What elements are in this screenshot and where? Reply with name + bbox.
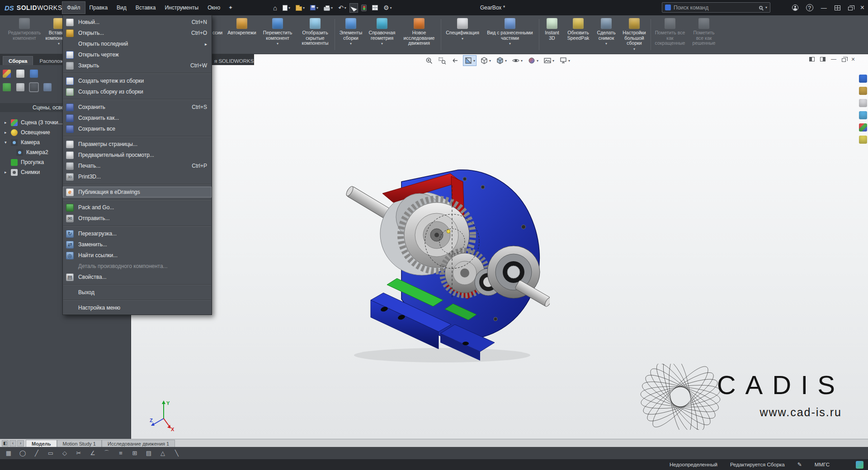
appearances-icon[interactable] xyxy=(859,123,867,132)
menu-insert[interactable]: Вставка xyxy=(131,2,160,14)
menu-item-save-all[interactable]: Сохранить все xyxy=(63,123,212,134)
quick-tips-icon[interactable] xyxy=(856,461,863,469)
open-button[interactable]: ▾ xyxy=(294,4,307,12)
mirror-icon[interactable]: ╲ xyxy=(172,449,182,458)
menu-item-exit[interactable]: Выход xyxy=(63,287,212,298)
menu-view[interactable]: Вид xyxy=(112,2,131,14)
pattern-icon[interactable]: ⊞ xyxy=(130,449,140,458)
menu-tools[interactable]: Инструменты xyxy=(160,2,203,14)
tab-scroll-left-icon[interactable]: ‹ xyxy=(9,440,16,446)
select-tool-button[interactable] xyxy=(350,4,358,12)
expander-icon[interactable]: ▸ xyxy=(5,170,11,174)
ribbon-button-smart-fasteners[interactable]: Автокрепежи xyxy=(226,15,258,54)
trim-icon[interactable]: ✂ xyxy=(74,449,84,458)
scene-lights-cameras-tab-icon[interactable] xyxy=(30,83,38,91)
window-close-icon[interactable]: × xyxy=(860,4,864,11)
account-icon[interactable] xyxy=(792,5,798,11)
help-icon[interactable]: ? xyxy=(806,4,813,11)
menu-item-print[interactable]: Печать...Ctrl+P xyxy=(63,160,212,171)
ribbon-button-instant3d[interactable]: Instant 3D xyxy=(541,15,563,54)
ribbon-button-edit-component[interactable]: Редактировать компонент xyxy=(5,15,44,54)
menu-item-close[interactable]: ЗакрытьCtrl+W xyxy=(63,60,212,71)
menu-item-print-preview[interactable]: Предварительный просмотр... xyxy=(63,150,212,160)
configurationmanager-tab-icon[interactable] xyxy=(30,70,38,78)
search-input[interactable] xyxy=(674,5,756,11)
view-orientation-icon[interactable]: ▾ xyxy=(479,56,492,66)
centerline-icon[interactable]: ≡ xyxy=(116,449,126,458)
new-document-button[interactable]: ▾ xyxy=(281,4,292,12)
edit-appearance-icon[interactable]: ▾ xyxy=(527,56,539,66)
menu-item-make-drawing-from-assembly[interactable]: Создать чертеж из сборки xyxy=(63,75,212,86)
dock-pane-right-icon[interactable] xyxy=(820,57,826,61)
expander-icon[interactable]: ▸ xyxy=(5,130,11,135)
ribbon-button-take-snapshot[interactable]: Сделать снимок ▾ xyxy=(594,15,619,54)
menu-item-properties[interactable]: ▤Свойства... xyxy=(63,272,212,282)
menu-item-find-references[interactable]: ◎Найти ссылки... xyxy=(63,250,212,261)
menu-item-pack-and-go[interactable]: Pack and Go... xyxy=(63,202,212,213)
menu-item-reload[interactable]: ↻Перезагрузка... xyxy=(63,228,212,239)
units-indicator[interactable]: ММГС xyxy=(815,462,830,467)
document-restore-icon[interactable] xyxy=(842,58,846,62)
section-view-icon[interactable]: ▾ xyxy=(463,56,476,66)
ribbon-button-exploded-view[interactable]: Вид с разнесенными частями ▾ xyxy=(483,15,537,54)
display-style-icon[interactable]: ▾ xyxy=(495,56,508,66)
rebuild-button[interactable] xyxy=(359,3,368,13)
menu-window[interactable]: Окно xyxy=(203,2,225,14)
triangle-icon[interactable]: △ xyxy=(158,449,168,458)
sensors-tab-icon[interactable] xyxy=(43,83,52,91)
custom-properties-icon[interactable] xyxy=(859,136,867,144)
options-button[interactable]: ⚙▾ xyxy=(382,3,394,13)
appearances-tab-icon[interactable] xyxy=(3,83,11,91)
window-restore-icon[interactable] xyxy=(848,7,853,10)
menu-edit[interactable]: Правка xyxy=(85,2,113,14)
file-properties-button[interactable] xyxy=(370,4,380,12)
save-button[interactable]: ▾ xyxy=(308,4,320,12)
window-panes-icon[interactable] xyxy=(835,5,840,10)
tab-assembly[interactable]: Сборка xyxy=(3,56,33,65)
menu-file[interactable]: Файл xyxy=(62,2,85,14)
menu-item-open[interactable]: Открыть...Ctrl+O xyxy=(63,28,212,38)
home-button[interactable]: ⌂ xyxy=(271,3,279,13)
menu-item-send[interactable]: ✉Отправить... xyxy=(63,213,212,224)
dock-pane-left-icon[interactable] xyxy=(809,57,815,61)
menu-item-customize-menu[interactable]: Настройка меню xyxy=(63,302,212,313)
featuremanager-tab-icon[interactable] xyxy=(16,70,24,78)
dimxpert-tab-icon[interactable] xyxy=(16,83,24,91)
ribbon-button-assembly-features[interactable]: Элементы сборки ▾ xyxy=(337,15,365,54)
rectangle-icon[interactable]: ▭ xyxy=(46,449,56,458)
menu-item-save-as[interactable]: Сохранить как... xyxy=(63,113,212,123)
undo-button[interactable]: ↶▾ xyxy=(336,3,348,13)
ribbon-button-update-speedpak[interactable]: Обновить SpeedPak xyxy=(564,15,593,54)
menu-item-make-assembly-from-assembly[interactable]: Создать сборку из сборки xyxy=(63,86,212,97)
menu-item-page-setup[interactable]: Параметры страницы... xyxy=(63,139,212,150)
ribbon-button-large-assembly-settings[interactable]: Настройки большой сборки ▾ xyxy=(620,15,649,54)
menu-item-publish-edrawings[interactable]: eПубликация в eDrawings xyxy=(63,187,212,197)
arc-icon[interactable]: ⌒ xyxy=(102,449,112,458)
displaymanager-tab-icon[interactable] xyxy=(3,70,11,78)
menu-item-replace[interactable]: ⇄Заменить... xyxy=(63,239,212,250)
ribbon-button-new-motion-study[interactable]: Новое исследование движения xyxy=(399,15,439,54)
polygon-icon[interactable]: ◇ xyxy=(60,449,70,458)
menu-item-print3d[interactable]: 3DPrint3D... xyxy=(63,171,212,182)
tab-motion-study-1[interactable]: Motion Study 1 xyxy=(57,440,102,447)
menu-item-derived-component-part[interactable]: Деталь производного компонента... xyxy=(63,261,212,272)
menu-item-save[interactable]: СохранитьCtrl+S xyxy=(63,102,212,113)
view-palette-icon[interactable] xyxy=(859,111,867,119)
previous-view-icon[interactable] xyxy=(450,56,460,66)
ribbon-button-set-resolved[interactable]: Пометить все как решенные xyxy=(688,15,720,54)
resources-home-icon[interactable] xyxy=(859,75,867,83)
print-button[interactable]: ▾ xyxy=(322,4,335,12)
gearbox-3d-model[interactable] xyxy=(329,164,550,371)
circle-icon[interactable]: ◯ xyxy=(18,449,28,458)
window-minimize-icon[interactable]: — xyxy=(821,5,827,11)
sketch-grid-icon[interactable]: ▦ xyxy=(4,449,14,458)
zoom-to-fit-icon[interactable] xyxy=(424,56,434,66)
expander-icon[interactable]: ▾ xyxy=(5,140,11,145)
file-explorer-icon[interactable] xyxy=(859,99,867,107)
table-icon[interactable]: ▤ xyxy=(144,449,154,458)
pane-split-icon[interactable]: ◧ xyxy=(2,440,9,446)
document-close-icon[interactable]: × xyxy=(851,56,855,62)
ribbon-button-bill-of-materials[interactable]: Спецификация ▾ xyxy=(443,15,482,54)
document-minimize-icon[interactable]: — xyxy=(831,56,836,62)
menu-item-open-drawing[interactable]: Открыть чертеж xyxy=(63,49,212,60)
